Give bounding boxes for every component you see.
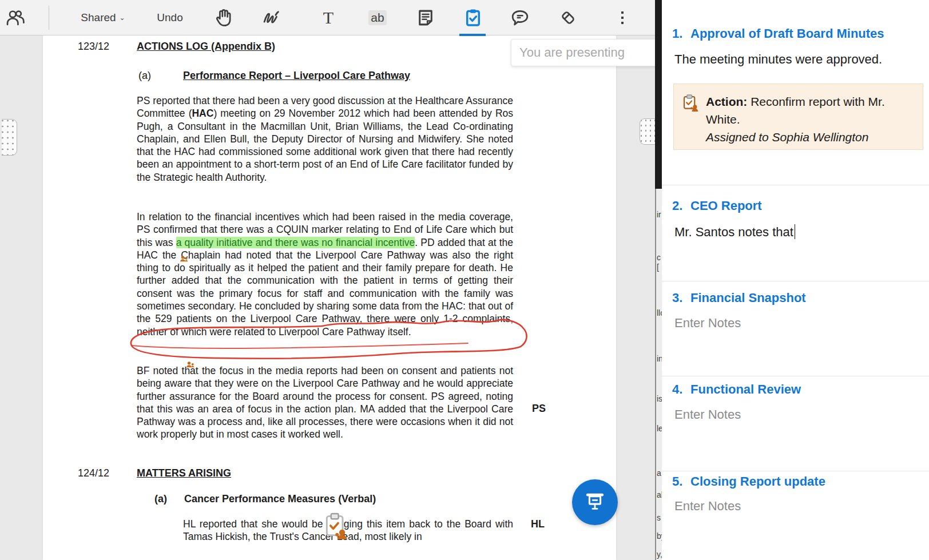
ink-scribble-icon — [260, 7, 282, 29]
note-icon — [415, 7, 436, 29]
section-divider — [662, 471, 929, 471]
agenda-item-2-title: CEO Report — [690, 198, 762, 213]
doc-heading-actions-log: ACTIONS LOG (Appendix B) — [137, 40, 275, 53]
section-divider — [662, 376, 929, 376]
agenda-item-3-title: Financial Snapshot — [690, 291, 806, 305]
agenda-item-4-heading: 4.Functional Review — [672, 382, 801, 397]
text-tool-icon: T — [323, 8, 334, 27]
agenda-item-5-notes[interactable]: Enter Notes — [674, 499, 741, 514]
agenda-item-1-title: Approval of Draft Board Minutes — [690, 26, 884, 41]
doc-heading-cancer-measures: Cancer Performance Measures (Verbal) — [184, 493, 376, 505]
people-stamp-2[interactable] — [185, 360, 196, 374]
edge-fragment: by — [657, 532, 662, 540]
doc-item2-number: 124/12 — [78, 467, 109, 479]
section-divider — [662, 281, 929, 281]
edge-fragment: llc — [657, 309, 662, 317]
comment-tool-button[interactable] — [507, 0, 533, 35]
edge-fragment: le — [657, 424, 662, 432]
overflow-menu-button[interactable] — [611, 0, 634, 35]
section-divider — [662, 185, 929, 185]
doc-sub-label: (a) — [138, 69, 151, 82]
doc-heading-matters-arising: MATTERS ARISING — [137, 467, 231, 479]
margin-initials-ps: PS — [532, 402, 546, 415]
chevron-down-icon: ⌄ — [120, 14, 125, 22]
doc-sub2-label: (a) — [154, 493, 167, 505]
meeting-notes-panel: 1.Approval of Draft Board Minutes The me… — [662, 0, 929, 560]
action-label: Action: — [706, 95, 747, 108]
agenda-item-2-heading: 2.CEO Report — [672, 198, 762, 213]
agenda-item-3-number: 3. — [672, 291, 690, 305]
right-drag-handle[interactable] — [640, 118, 655, 145]
agenda-item-4-title: Functional Review — [690, 382, 801, 396]
doc-item-number: 123/12 — [78, 40, 109, 53]
action-item-card[interactable]: Action: Reconfirm report with Mr. White.… — [673, 84, 923, 150]
doc-heading-performance-report: Performance Report – Liverpool Care Path… — [183, 69, 410, 82]
agenda-item-2-notes[interactable]: Mr. Santos notes that — [674, 224, 795, 240]
highlight-text-tool-button[interactable]: ab — [364, 0, 391, 35]
agenda-item-4-notes[interactable]: Enter Notes — [674, 407, 741, 422]
present-screen-button[interactable] — [572, 479, 618, 525]
doc-paragraph-3: BF noted that the focus in the media rep… — [137, 364, 513, 441]
edge-fragment: al — [657, 491, 662, 499]
undo-label: Undo — [157, 11, 182, 24]
edge-fragment: y, — [657, 550, 662, 558]
hand-icon — [213, 7, 235, 29]
eraser-icon — [557, 7, 579, 29]
active-tool-indicator — [459, 34, 486, 36]
agenda-item-5-title: Closing Report update — [690, 474, 825, 488]
agenda-item-4-number: 4. — [672, 382, 690, 397]
edge-fragment: in — [657, 355, 662, 363]
agenda-item-2-number: 2. — [672, 198, 690, 213]
margin-initials-hl: HL — [531, 518, 545, 530]
text-cursor — [795, 224, 796, 239]
people-stamp-1[interactable] — [178, 254, 190, 268]
edge-fragment: s — [657, 514, 661, 522]
agenda-item-3-heading: 3.Financial Snapshot — [672, 291, 806, 305]
agenda-item-5-number: 5. — [672, 474, 690, 489]
toolbar-divider — [49, 6, 49, 30]
whiteboard-canvas: Shared ⌄ Undo — [0, 0, 655, 560]
left-drag-handle[interactable] — [2, 119, 17, 156]
edge-fragment: is — [657, 395, 662, 403]
edge-fragment: [ — [657, 263, 659, 271]
agenda-item-5-heading: 5.Closing Report update — [672, 474, 825, 489]
action-stamp-tool-button[interactable] — [460, 0, 486, 35]
agenda-item-1-heading: 1.Approval of Draft Board Minutes — [672, 26, 884, 41]
toolbar: Shared ⌄ Undo — [0, 0, 655, 35]
para1-bold: HAC — [192, 108, 213, 119]
action-assigned-text: Assigned to Sophia Wellington — [706, 128, 915, 146]
action-card-text: Action: Reconfirm report with Mr. White. — [706, 93, 915, 128]
doc-paragraph-1: PS reported that there had been a very g… — [137, 94, 513, 184]
agenda-item-1-number: 1. — [672, 26, 690, 41]
shared-label: Shared — [81, 11, 116, 24]
green-highlight: a quality initiative and there was no fi… — [176, 237, 415, 248]
presenting-status-tooltip: You are presenting — [511, 39, 657, 66]
people-button[interactable] — [3, 0, 28, 35]
presenting-status-text: You are presenting — [519, 45, 625, 60]
clipboard-check-icon — [462, 7, 484, 29]
more-options-icon — [621, 11, 624, 24]
screen: Shared ⌄ Undo — [0, 0, 929, 560]
agenda-item-3-notes[interactable]: Enter Notes — [674, 316, 741, 331]
edge-fragment: a — [657, 469, 661, 477]
people-icon — [5, 7, 26, 29]
undo-button[interactable]: Undo — [150, 0, 190, 35]
edge-fragment: c — [657, 253, 661, 261]
note-tool-button[interactable] — [413, 0, 438, 35]
red-circle-annotation[interactable] — [125, 313, 534, 366]
ab-tool-icon: ab — [368, 10, 386, 25]
agenda-item-1-notes[interactable]: The meeting minutes were approved. — [674, 52, 882, 67]
projector-screen-icon — [582, 488, 608, 517]
comment-bubble-icon — [509, 7, 531, 29]
edge-fragment: ir — [657, 211, 661, 219]
action-clipboard-stamp[interactable] — [322, 511, 350, 543]
eraser-tool-button[interactable] — [555, 0, 581, 35]
ink-tool-button[interactable] — [259, 0, 284, 35]
text-tool-button[interactable]: T — [316, 0, 341, 35]
pan-tool-button[interactable] — [212, 0, 237, 35]
shared-dropdown[interactable]: Shared ⌄ — [74, 0, 132, 35]
window-edge-strip: ir c [ llc in is le a al s by y, — [655, 0, 662, 560]
action-clipboard-icon — [681, 93, 700, 117]
